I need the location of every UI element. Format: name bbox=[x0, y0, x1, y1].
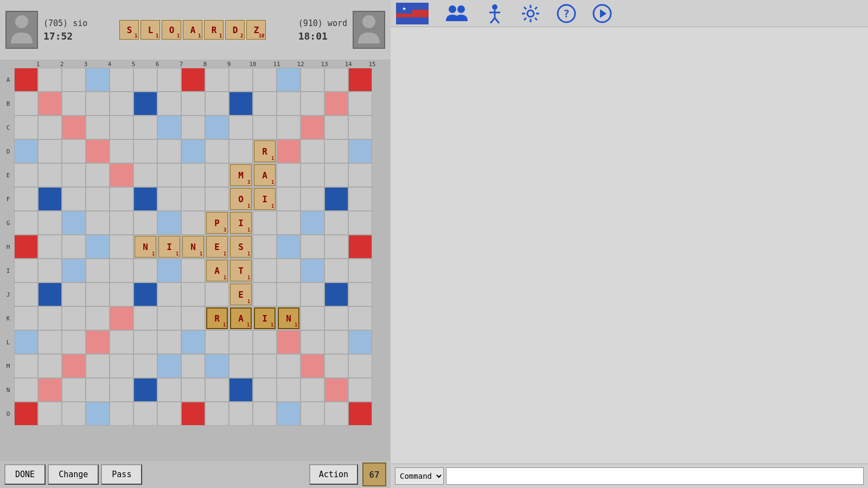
rack-tile[interactable]: Z10 bbox=[246, 20, 266, 40]
board-cell[interactable] bbox=[133, 282, 157, 306]
board-cell[interactable]: I1 bbox=[253, 187, 277, 211]
board-cell[interactable] bbox=[110, 330, 133, 354]
board-cell[interactable] bbox=[133, 68, 157, 92]
board-cell[interactable] bbox=[348, 92, 372, 115]
board-cell[interactable] bbox=[62, 378, 86, 402]
board-cell[interactable]: N1 bbox=[277, 306, 301, 330]
board-cell[interactable] bbox=[324, 354, 348, 378]
board-cell[interactable] bbox=[205, 402, 229, 426]
board-cell[interactable] bbox=[348, 306, 372, 330]
board-cell[interactable] bbox=[301, 378, 324, 402]
board-cell[interactable] bbox=[14, 68, 38, 92]
board-cell[interactable] bbox=[86, 139, 110, 163]
command-select[interactable]: Command Say Whisper Kibitz bbox=[395, 467, 444, 485]
board-cell[interactable] bbox=[110, 306, 133, 330]
board-cell[interactable] bbox=[86, 354, 110, 378]
board-cell[interactable] bbox=[205, 354, 229, 378]
board-cell[interactable] bbox=[324, 282, 348, 306]
board-cell[interactable]: I1 bbox=[229, 211, 253, 235]
board-cell[interactable] bbox=[205, 92, 229, 115]
board-cell[interactable] bbox=[14, 139, 38, 163]
board-cell[interactable] bbox=[277, 211, 301, 235]
board-cell[interactable] bbox=[181, 211, 205, 235]
board-cell[interactable] bbox=[133, 187, 157, 211]
board-cell[interactable] bbox=[301, 187, 324, 211]
board-cell[interactable] bbox=[253, 235, 277, 259]
board-cell[interactable] bbox=[14, 282, 38, 306]
board-cell[interactable] bbox=[38, 115, 62, 139]
board-cell[interactable]: O1 bbox=[229, 187, 253, 211]
board-cell[interactable] bbox=[348, 235, 372, 259]
board-cell[interactable] bbox=[14, 354, 38, 378]
board-cell[interactable] bbox=[62, 211, 86, 235]
board-cell[interactable] bbox=[253, 402, 277, 426]
board-cell[interactable] bbox=[348, 187, 372, 211]
board-cell[interactable] bbox=[86, 259, 110, 282]
board-cell[interactable] bbox=[301, 282, 324, 306]
board-cell[interactable] bbox=[277, 92, 301, 115]
board-cell[interactable] bbox=[205, 378, 229, 402]
board-cell[interactable] bbox=[14, 235, 38, 259]
board-cell[interactable] bbox=[14, 163, 38, 187]
board-cell[interactable] bbox=[133, 259, 157, 282]
board-cell[interactable] bbox=[253, 68, 277, 92]
board-cell[interactable] bbox=[14, 115, 38, 139]
board-cell[interactable] bbox=[110, 163, 133, 187]
rack-tile[interactable]: A1 bbox=[183, 20, 202, 40]
board-cell[interactable] bbox=[86, 330, 110, 354]
board-cell[interactable] bbox=[86, 402, 110, 426]
action-button[interactable]: Action bbox=[309, 464, 358, 485]
board-cell[interactable] bbox=[324, 330, 348, 354]
board-cell[interactable] bbox=[62, 402, 86, 426]
board-cell[interactable] bbox=[62, 306, 86, 330]
board-cell[interactable] bbox=[14, 92, 38, 115]
board-cell[interactable] bbox=[110, 211, 133, 235]
board-cell[interactable] bbox=[157, 163, 181, 187]
board-cell[interactable] bbox=[324, 115, 348, 139]
board-cell[interactable] bbox=[62, 330, 86, 354]
accessibility-icon[interactable] bbox=[485, 4, 505, 23]
board-cell[interactable] bbox=[110, 354, 133, 378]
board-cell[interactable]: R1 bbox=[205, 306, 229, 330]
board-cell[interactable] bbox=[301, 115, 324, 139]
board-cell[interactable] bbox=[277, 115, 301, 139]
users-icon[interactable] bbox=[445, 4, 469, 23]
board-cell[interactable] bbox=[348, 115, 372, 139]
board-cell[interactable] bbox=[86, 282, 110, 306]
board-cell[interactable] bbox=[86, 235, 110, 259]
board-cell[interactable] bbox=[277, 354, 301, 378]
board-cell[interactable]: E1 bbox=[229, 282, 253, 306]
board-cell[interactable] bbox=[133, 115, 157, 139]
board-cell[interactable] bbox=[62, 163, 86, 187]
board-cell[interactable] bbox=[253, 378, 277, 402]
board-cell[interactable] bbox=[324, 378, 348, 402]
pass-button[interactable]: Pass bbox=[101, 464, 142, 485]
board-cell[interactable] bbox=[229, 92, 253, 115]
board-cell[interactable] bbox=[86, 211, 110, 235]
board-cell[interactable] bbox=[86, 115, 110, 139]
board-cell[interactable] bbox=[86, 92, 110, 115]
board-cell[interactable] bbox=[277, 282, 301, 306]
board-cell[interactable] bbox=[277, 163, 301, 187]
board-cell[interactable] bbox=[157, 115, 181, 139]
board-cell[interactable] bbox=[277, 68, 301, 92]
board-cell[interactable] bbox=[181, 139, 205, 163]
board-cell[interactable] bbox=[133, 378, 157, 402]
rack-tile[interactable]: L1 bbox=[141, 20, 160, 40]
board-cell[interactable] bbox=[229, 139, 253, 163]
board-cell[interactable] bbox=[62, 282, 86, 306]
board-cell[interactable] bbox=[348, 402, 372, 426]
board-cell[interactable] bbox=[277, 259, 301, 282]
board-cell[interactable] bbox=[157, 68, 181, 92]
board-cell[interactable] bbox=[38, 163, 62, 187]
board-cell[interactable]: I1 bbox=[157, 235, 181, 259]
board-cell[interactable] bbox=[133, 402, 157, 426]
board-cell[interactable] bbox=[277, 378, 301, 402]
board-cell[interactable] bbox=[253, 92, 277, 115]
board-cell[interactable] bbox=[229, 115, 253, 139]
board-cell[interactable] bbox=[157, 187, 181, 211]
board-cell[interactable] bbox=[133, 92, 157, 115]
board-cell[interactable] bbox=[38, 235, 62, 259]
board-cell[interactable] bbox=[348, 211, 372, 235]
board-cell[interactable] bbox=[86, 306, 110, 330]
